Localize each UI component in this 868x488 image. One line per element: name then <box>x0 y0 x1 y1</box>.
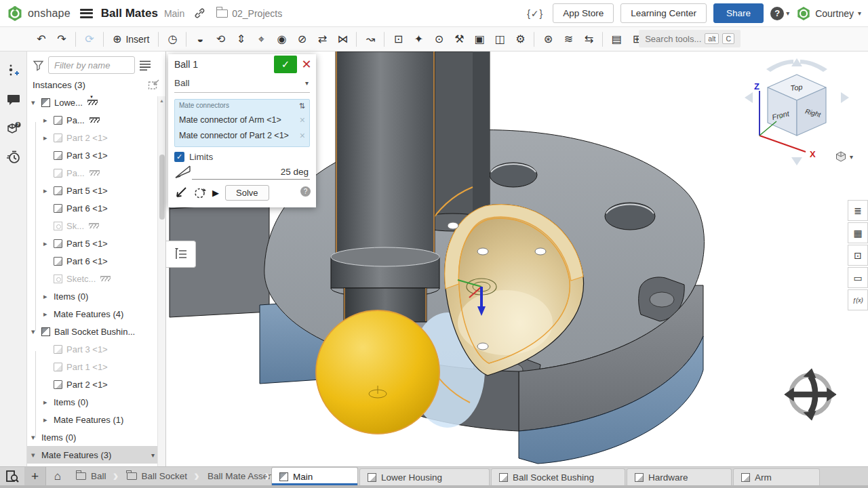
workspace-name[interactable]: Main <box>164 8 184 19</box>
instance-part-6[interactable]: Part 6 <1> <box>27 199 165 217</box>
history-icon[interactable] <box>6 149 21 164</box>
instance-part-6[interactable]: Part 6 <1> <box>27 252 165 270</box>
planar-mate-button[interactable]: ⌖ <box>251 29 271 49</box>
document-menu-icon[interactable] <box>80 9 93 18</box>
insert-button[interactable]: ⊕ Insert <box>107 29 155 49</box>
versions-history-icon[interactable] <box>6 64 21 79</box>
tab-lower-housing[interactable]: Lower Housing <box>359 468 490 485</box>
mate-features-group[interactable]: Mate Features (4) <box>27 305 165 323</box>
filter-input[interactable] <box>48 56 135 74</box>
replicate-button[interactable]: ⇆ <box>578 29 599 49</box>
mate-connector-item[interactable]: Mate connector of Part 2 <1> <box>179 127 305 143</box>
crumb-ball-mate-assembly[interactable]: Ball Mate Assem <box>201 467 271 485</box>
expand-chevron-icon[interactable] <box>43 134 54 142</box>
toolbar-button[interactable] <box>103 32 104 47</box>
remove-icon[interactable] <box>300 130 305 141</box>
instance-part-2[interactable]: Part 2 <1> <box>27 129 165 146</box>
view-options-menu[interactable]: ▾ <box>835 150 853 163</box>
panel-scrollbar[interactable]: ▲ <box>157 96 165 466</box>
home-tab-button[interactable]: ⌂ <box>46 467 69 485</box>
dialog-help-icon[interactable]: ? <box>300 186 311 197</box>
where-used-icon[interactable]: ? <box>6 121 21 136</box>
tab-hardware[interactable]: Hardware <box>627 468 732 485</box>
accept-button[interactable]: ✓ <box>274 56 297 73</box>
help-icon[interactable]: ? <box>770 7 784 20</box>
instance-part-5[interactable]: Part 5 <1> <box>27 182 165 199</box>
new-tab-button[interactable]: + <box>24 467 46 485</box>
instance-part-3[interactable]: Part 3 <1> <box>27 146 165 164</box>
expand-chevron-icon[interactable] <box>43 398 54 407</box>
crumb-ball-socket[interactable]: Ball Socket <box>120 467 201 485</box>
expand-chevron-icon[interactable] <box>43 186 54 195</box>
expand-chevron-icon[interactable] <box>43 292 54 301</box>
tab-ball-socket-bushing[interactable]: Ball Socket Bushing <box>491 468 625 485</box>
solve-button[interactable]: Solve <box>225 185 269 201</box>
instance-part-3[interactable]: Part 3 <1> <box>27 340 165 358</box>
feature-list-icon[interactable]: ≣ <box>848 200 868 221</box>
slider-mate-button[interactable]: ⇕ <box>231 29 251 49</box>
expand-chevron-icon[interactable] <box>43 310 54 319</box>
parallel-mate-button[interactable]: ⇄ <box>312 29 332 49</box>
toolbar-button[interactable] <box>384 32 384 47</box>
play-icon[interactable]: ▶ <box>212 188 219 198</box>
mate-features-group-selected[interactable]: Mate Features (3) <box>27 446 165 464</box>
spring-button[interactable]: ≋ <box>558 29 578 49</box>
instance-sketch[interactable]: Sketc... <box>27 270 165 287</box>
mate-type-select[interactable]: Ball ▾ <box>174 75 310 93</box>
fastened-mate-button[interactable]: ◒ <box>190 29 210 49</box>
expand-chevron-icon[interactable] <box>31 433 41 442</box>
relations-button[interactable]: ⚙ <box>510 29 530 49</box>
instance-part-1[interactable]: Part 1 <1> <box>27 358 165 375</box>
toolbar-button[interactable] <box>534 32 534 47</box>
expand-chevron-icon[interactable] <box>31 327 41 336</box>
manage-position-button[interactable]: ⚒ <box>449 29 469 49</box>
reorder-icon[interactable]: ⇅ <box>299 102 305 110</box>
arm-shaft-part[interactable] <box>331 52 439 322</box>
expand-chevron-icon[interactable] <box>31 451 41 460</box>
display-states-button[interactable]: ◫ <box>490 29 510 49</box>
filter-icon[interactable] <box>33 60 44 71</box>
scrollbar-thumb[interactable] <box>159 155 165 220</box>
revolute-mate-button[interactable]: ⟲ <box>210 29 231 49</box>
features-list-toggle[interactable] <box>166 241 196 268</box>
undo-button[interactable]: ↶ <box>31 29 52 49</box>
animate-rotate-icon[interactable] <box>193 187 206 199</box>
redo-button[interactable]: ↷ <box>52 29 72 49</box>
quick-mate-button[interactable]: ✦ <box>408 29 429 49</box>
snap-mode-button[interactable]: ↝ <box>360 29 380 49</box>
learning-center-button[interactable]: Learning Center <box>620 3 707 23</box>
remove-icon[interactable] <box>300 115 305 125</box>
mate-connectors-box[interactable]: Mate connectors ⇅ Mate connector of Arm … <box>174 99 310 147</box>
limit-angle-input[interactable]: 25 deg <box>192 164 310 180</box>
cancel-button[interactable]: ✕ <box>297 57 316 72</box>
cylindrical-mate-button[interactable]: ⊘ <box>292 29 312 49</box>
comments-icon[interactable] <box>6 92 21 107</box>
variables-icon[interactable]: ƒ(x) <box>848 289 868 310</box>
hidden-instances-button[interactable]: ▤ <box>606 29 627 49</box>
project-name[interactable]: 02_Projects <box>232 8 282 19</box>
bom-icon[interactable]: ▦ <box>848 222 868 243</box>
toolbar-button[interactable] <box>356 32 357 47</box>
toolbar-button[interactable] <box>186 32 186 47</box>
row-menu-caret-icon[interactable] <box>151 451 155 459</box>
select-parts-button[interactable]: ⊙ <box>429 29 449 49</box>
tangent-mate-button[interactable]: ⋈ <box>332 29 353 49</box>
insert-instance-icon[interactable] <box>148 79 160 90</box>
crumb-ball[interactable]: Ball <box>69 467 120 485</box>
limits-checkbox[interactable]: ✓ <box>174 152 184 162</box>
scroll-up-icon[interactable]: ▲ <box>158 96 165 103</box>
tab-main[interactable]: Main <box>271 467 358 485</box>
simulation-button[interactable]: ⊛ <box>538 29 558 49</box>
items-group[interactable]: Items (0) <box>27 393 165 411</box>
toolbar-button[interactable] <box>158 32 159 47</box>
search-tabs-icon[interactable] <box>0 467 24 485</box>
help-menu[interactable]: ? ▾ <box>770 7 789 20</box>
toolbar-button[interactable] <box>75 32 76 47</box>
feature-scripts-icon[interactable]: {✓} <box>527 8 543 19</box>
instance-part-5[interactable]: Part 5 <1> <box>27 235 165 252</box>
mate-connector-item[interactable]: Mate connector of Arm <1> <box>179 112 305 127</box>
items-group[interactable]: Items (0) <box>27 287 165 305</box>
instance-sketch[interactable]: Sk... <box>27 217 165 235</box>
ball-part[interactable] <box>316 310 439 434</box>
measure-icon[interactable]: ▭ <box>848 267 868 288</box>
